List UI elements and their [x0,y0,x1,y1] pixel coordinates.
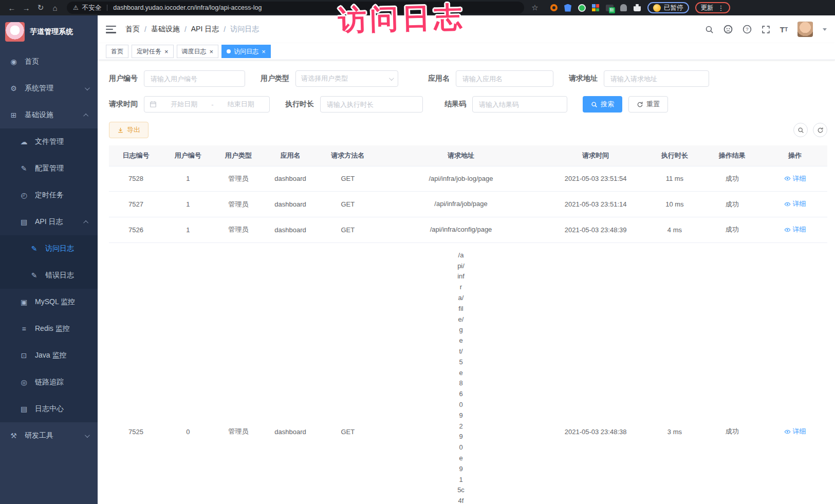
tab-job-log[interactable]: 调度日志 × [177,45,219,58]
sidebar-item-access-log[interactable]: ✎ 访问日志 [0,235,98,262]
app-name-input[interactable] [456,70,553,87]
table-row: 75261管理员dashboardGET/api/infra/config/pa… [109,217,827,243]
security-warning-icon: ⚠ [73,4,79,11]
tab-access-log[interactable]: 访问日志 × [221,45,271,58]
top-navbar: 首页 / 基础设施 / API 日志 / 访问日志 ? [98,15,835,43]
browser-forward-icon[interactable]: → [20,2,33,14]
page-url[interactable]: dashboard.yudao.iocoder.cn/infra/log/api… [113,4,262,11]
sidebar-menu: ◉ 首页 ⚙ 系统管理 ⊞ 基础设施 ☁ 文件管理 [0,48,98,449]
font-size-icon[interactable]: TT [780,25,788,34]
request-url-input[interactable] [604,70,709,87]
extensions-puzzle-icon[interactable] [633,4,641,12]
bookmark-star-icon[interactable]: ☆ [528,2,542,14]
extension-icon-grid[interactable] [591,4,600,12]
security-label[interactable]: 不安全 [82,4,102,12]
breadcrumb-home[interactable]: 首页 [125,25,140,34]
sidebar-item-mysql[interactable]: ▣ MySQL 监控 [0,289,98,315]
sidebar-item-infra[interactable]: ⊞ 基础设施 [0,102,98,128]
user-type-select[interactable]: 请选择用户类型 [295,70,398,87]
screen: ← → ↻ ⌂ ⚠ 不安全 dashboard.yudao.iocoder.cn… [0,0,835,504]
detail-link[interactable]: 详细 [784,199,806,209]
tags-view-bar: 首页 定时任务 × 调度日志 × 访问日志 × [98,43,835,60]
tab-job[interactable]: 定时任务 × [132,45,174,58]
navbar-actions: ? TT [705,22,827,37]
sidebar-item-trace[interactable]: ◎ 链路追踪 [0,369,98,396]
close-icon[interactable]: × [164,48,169,55]
chevron-down-icon [85,85,90,90]
tab-home[interactable]: 首页 [106,45,128,58]
detail-link[interactable]: 详细 [784,225,806,234]
filter-request-url: 请求地址 [569,70,709,87]
toolbox-icon: ⚒ [9,432,18,440]
reset-button[interactable]: 重置 [628,96,668,113]
table-toolbar: 导出 [109,122,827,138]
browser-chrome: ← → ↻ ⌂ ⚠ 不安全 dashboard.yudao.iocoder.cn… [0,0,835,15]
browser-reload-icon[interactable]: ↻ [34,2,47,14]
sidebar-item-redis[interactable]: ≡ Redis 监控 [0,315,98,342]
eye-icon: ◎ [20,378,28,386]
extension-icon-donut[interactable] [550,4,558,12]
user-id-input[interactable] [144,70,245,87]
browser-back-icon[interactable]: ← [5,2,18,14]
sidebar-item-api-log[interactable]: ▤ API 日志 [0,209,98,235]
hamburger-icon[interactable] [106,26,116,33]
detail-link[interactable]: 详细 [784,174,806,183]
search-icon [591,101,598,108]
database-icon: ≡ [20,325,28,333]
sidebar-item-file[interactable]: ☁ 文件管理 [0,128,98,155]
extension-icon-translate[interactable]: 翻 [605,4,614,12]
eye-icon [784,227,791,233]
export-button[interactable]: 导出 [109,122,149,138]
breadcrumb-infra[interactable]: 基础设施 [151,25,180,34]
profile-paused-badge[interactable]: 已暂停 [647,2,689,13]
extension-icon-green-circle[interactable] [578,4,586,12]
filter-user-id: 用户编号 [109,70,245,87]
sidebar-item-config[interactable]: ✎ 配置管理 [0,155,98,182]
table-header-row: 日志编号 用户编号 用户类型 应用名 请求方法名 请求地址 请求时间 执行时长 … [109,145,827,166]
extension-toolbar: 翻 [550,4,641,12]
filter-app-name: 应用名 [428,70,553,87]
detail-link[interactable]: 详细 [784,427,806,436]
breadcrumb-api-log[interactable]: API 日志 [191,25,219,34]
result-code-input[interactable] [472,96,567,113]
extension-icon-shield[interactable] [564,4,572,12]
access-log-table: 日志编号 用户编号 用户类型 应用名 请求方法名 请求地址 请求时间 执行时长 … [109,145,827,504]
app-logo[interactable]: 芋道管理系统 [0,15,98,48]
search-icon[interactable] [705,25,714,34]
avatar-caret-icon[interactable] [823,28,827,31]
user-avatar[interactable] [797,22,813,37]
close-icon[interactable]: × [210,48,214,55]
sidebar-item-devtools[interactable]: ⚒ 研发工具 [0,422,98,449]
filter-request-time: 请求时间 开始日期 - 结束日期 [109,96,270,113]
infrastructure-icon: ⊞ [9,111,18,119]
close-icon[interactable]: × [262,48,266,55]
table-row: 75281管理员dashboardGET/api/infra/job-log/p… [109,166,827,192]
help-icon[interactable]: ? [743,25,752,34]
github-icon[interactable] [723,25,733,34]
page-content: 用户编号 用户类型 请选择用户类型 应用名 [98,60,835,504]
toggle-search-icon[interactable] [793,123,808,137]
browser-update-button[interactable]: 更新 ⋮ [695,2,730,13]
svg-text:?: ? [746,26,748,32]
refresh-table-icon[interactable] [813,123,827,137]
browser-menu-icon[interactable]: ⋮ [718,4,725,12]
search-button[interactable]: 搜索 [583,96,622,113]
sidebar-item-home[interactable]: ◉ 首页 [0,48,98,75]
date-end-placeholder: 结束日期 [218,100,264,109]
sidebar-item-system[interactable]: ⚙ 系统管理 [0,75,98,102]
sidebar-item-job[interactable]: ◴ 定时任务 [0,182,98,209]
duration-input[interactable] [320,96,423,113]
sidebar-item-log-center[interactable]: ▤ 日志中心 [0,396,98,422]
address-bar[interactable]: ⚠ 不安全 dashboard.yudao.iocoder.cn/infra/l… [67,2,524,14]
sidebar-item-error-log[interactable]: ✎ 错误日志 [0,262,98,289]
filter-result-code: 结果码 [444,96,567,113]
sidebar: 芋道管理系统 ◉ 首页 ⚙ 系统管理 ⊞ 基础设施 [0,15,98,504]
log-edit-icon: ✎ [30,271,39,279]
screen-icon: ⊡ [20,351,28,360]
sidebar-item-java[interactable]: ⊡ Java 监控 [0,342,98,369]
chevron-down-icon [389,76,394,81]
date-range-picker[interactable]: 开始日期 - 结束日期 [144,96,270,113]
browser-home-icon[interactable]: ⌂ [48,2,62,14]
fullscreen-icon[interactable] [762,25,770,34]
extension-icon-ghost[interactable] [619,4,627,12]
